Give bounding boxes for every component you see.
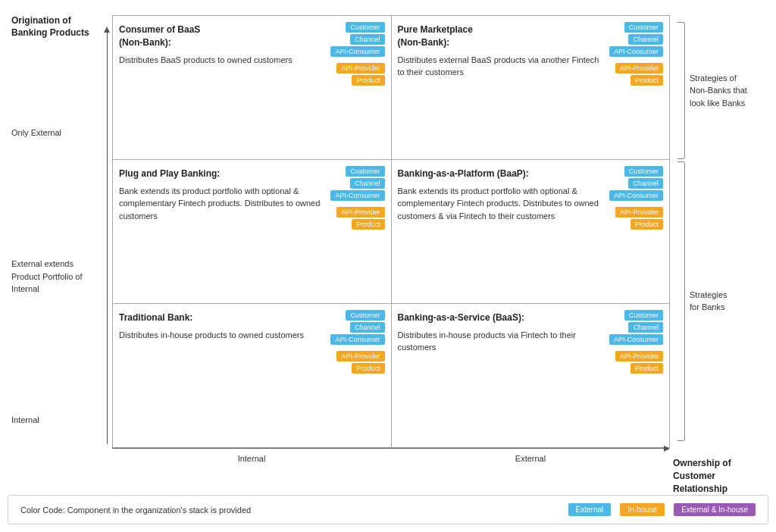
y-label-internal: Internal [8,411,99,430]
right-labels: Strategies ofNon-Banks thatlook like Ban… [670,15,768,448]
badge-api-provider-baas: API-Provider [615,351,663,361]
badge-customer-pm: Customer [624,22,663,33]
legend-container: Color Code: Component in the organizatio… [8,495,768,524]
cell-traditional-bank-title: Traditional Bank: [119,311,328,324]
x-label-internal: Internal [112,454,391,486]
y-axis-arrow [106,27,108,444]
brace-non-banks [677,22,685,158]
cell-baas-desc: Distributes in-house products via Fintec… [398,329,607,354]
y-labels: Only External External extendsProduct Po… [8,67,99,486]
cell-plug-play-badges: Customer Channel API-Consumer API-Provid… [330,166,384,230]
badge-product-baas: Product [630,363,663,374]
cell-consumer-baas-title: Consumer of BaaS(Non-Bank): [119,23,328,49]
badge-product-tb: Product [352,363,384,374]
legend-text: Color Code: Component in the organizatio… [20,505,553,515]
x-label-ownership: Ownership of Customer Relationship [670,454,768,486]
badge-channel-pm: Channel [628,34,663,45]
badge-product-baap: Product [630,219,663,230]
badge-api-consumer-tb: API-Consumer [330,334,384,345]
right-label-banks-group: Strategiesfor Banks [677,161,768,447]
y-axis-title: Origination of Banking Products [8,15,99,39]
badge-customer-tb: Customer [346,310,384,321]
y-label-only-external: Only External [8,124,99,142]
badge-product-pm: Product [630,75,663,86]
badge-api-provider-pm: API-Provider [615,63,663,74]
cell-consumer-baas: Consumer of BaaS(Non-Bank): Distributes … [113,16,392,159]
diagram-area: Origination of Banking Products Only Ext… [8,15,768,486]
badge-channel-pp: Channel [350,178,385,189]
badge-api-consumer-baas: API-Consumer [609,334,663,345]
badge-customer-pp: Customer [346,166,384,177]
x-labels-row: Internal External Ownership of Customer … [112,448,768,486]
x-axis-arrow [112,448,670,449]
legend-badge-both: External & In-house [674,503,756,516]
badge-channel-baap: Channel [628,178,663,189]
cell-pure-marketplace-badges: Customer Channel API-Consumer API-Provid… [609,22,663,86]
x-arrow-head [664,446,670,452]
badge-api-provider: API-Provider [336,63,384,74]
grid-row-0: Consumer of BaaS(Non-Bank): Distributes … [113,16,669,160]
y-label-external-extends: External extendsProduct Portfolio ofInte… [8,254,99,299]
x-arrow-line [112,448,664,449]
main-container: Origination of Banking Products Only Ext… [0,0,776,532]
cell-pure-marketplace-desc: Distributes external BaaS products via a… [398,54,607,79]
badge-api-provider-baap: API-Provider [615,207,663,217]
y-arrow-head [104,27,110,33]
cell-baap-title: Banking-as-a-Platform (BaaP): [398,167,607,180]
x-label-external: External [391,454,670,486]
right-label-non-banks-group: Strategies ofNon-Banks thatlook like Ban… [677,16,768,158]
legend-item-inhouse: In-house [620,503,665,516]
grid-row-1: Plug and Play Banking: Bank extends its … [113,160,669,304]
cell-baap-badges: Customer Channel API-Consumer API-Provid… [609,166,663,230]
badge-api-provider-tb: API-Provider [336,351,384,361]
cell-baap-desc: Bank extends its product portfolio with … [398,185,607,223]
cell-baas-title: Banking-as-a-Service (BaaS): [398,311,607,324]
badge-api-consumer-pp: API-Consumer [330,190,384,201]
badge-api-consumer-pm: API-Consumer [609,46,663,57]
legend-item-both: External & In-house [674,503,756,516]
legend-badge-external: External [568,503,612,516]
cell-plug-play-desc: Bank extends its product portfolio with … [119,185,328,223]
cell-consumer-baas-desc: Distributes BaaS products to owned custo… [119,54,328,67]
grid: Consumer of BaaS(Non-Bank): Distributes … [112,15,670,448]
badge-customer-baas: Customer [624,310,663,321]
legend-items: External In-house External & In-house [568,503,756,516]
badge-channel-baas: Channel [628,322,663,333]
badge-api-consumer-baap: API-Consumer [609,190,663,201]
badge-api-consumer: API-Consumer [330,46,384,57]
badge-api-provider-pp: API-Provider [336,207,384,217]
cell-plug-play-title: Plug and Play Banking: [119,167,328,180]
badge-channel: Channel [350,34,385,45]
cell-baas: Banking-as-a-Service (BaaS): Distributes… [392,304,670,447]
cell-baap: Banking-as-a-Platform (BaaP): Bank exten… [392,160,670,303]
cell-pure-marketplace-title: Pure Marketplace(Non-Bank): [398,23,607,49]
legend-badge-inhouse: In-house [620,503,665,516]
cell-traditional-bank: Traditional Bank: Distributes in-house p… [113,304,392,447]
y-axis: Origination of Banking Products Only Ext… [8,15,106,486]
y-axis-arrow-container [106,15,108,486]
badge-product: Product [352,75,384,86]
badge-product-pp: Product [352,219,384,230]
brace-banks [677,161,685,441]
badge-customer-baap: Customer [624,166,663,177]
cell-traditional-bank-desc: Distributes in-house products to owned c… [119,329,328,342]
badge-channel-tb: Channel [350,322,385,333]
legend-item-external: External [568,503,612,516]
cell-plug-play: Plug and Play Banking: Bank extends its … [113,160,392,303]
grid-and-xaxis: Consumer of BaaS(Non-Bank): Distributes … [112,15,768,486]
cell-consumer-baas-badges: Customer Channel API-Consumer API-Provid… [330,22,384,86]
badge-customer: Customer [346,22,384,33]
grid-and-right: Consumer of BaaS(Non-Bank): Distributes … [112,15,768,448]
grid-row-2: Traditional Bank: Distributes in-house p… [113,304,669,447]
cell-baas-badges: Customer Channel API-Consumer API-Provid… [609,310,663,374]
cell-pure-marketplace: Pure Marketplace(Non-Bank): Distributes … [392,16,670,159]
y-arrow-line [107,33,108,444]
x-axis-area: Internal External Ownership of Customer … [112,448,768,486]
right-label-banks: Strategiesfor Banks [690,161,728,441]
right-label-non-banks: Strategies ofNon-Banks thatlook like Ban… [690,22,747,158]
cell-traditional-bank-badges: Customer Channel API-Consumer API-Provid… [330,310,384,374]
